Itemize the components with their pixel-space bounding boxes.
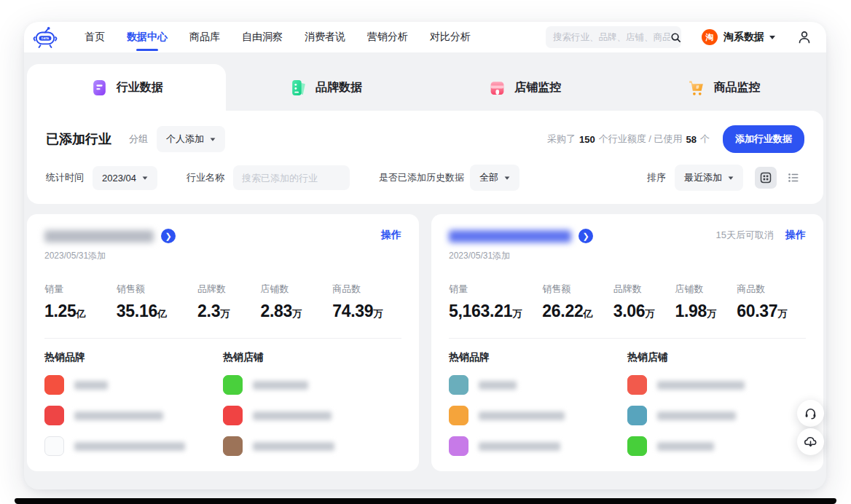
list-item[interactable]: [223, 436, 401, 456]
list-item[interactable]: [44, 406, 223, 425]
list-item[interactable]: [223, 375, 401, 395]
global-search-input[interactable]: [553, 32, 670, 42]
brand-name-redacted: [479, 381, 517, 390]
section-title: 已添加行业: [46, 130, 111, 148]
added-date: 2023/05/31添加: [449, 250, 593, 262]
hot-shops-column: 热销店铺: [627, 351, 806, 456]
added-date: 2023/05/31添加: [44, 250, 176, 262]
shop-logo: [627, 406, 647, 425]
nav-item-home[interactable]: 首页: [74, 22, 116, 52]
shop-logo: [223, 406, 243, 425]
device-bottom-bezel: [15, 498, 836, 504]
stat-shop-count: 店铺数2.83万: [260, 283, 301, 321]
download-report-button[interactable]: [797, 428, 824, 455]
hot-shops-header: 热销店铺: [223, 351, 401, 364]
brand-logo: [44, 375, 64, 395]
group-value: 个人添加: [166, 133, 204, 146]
list-item[interactable]: [627, 406, 806, 425]
nav-label: 数据中心: [127, 31, 168, 44]
nav-label: 首页: [85, 31, 105, 44]
open-industry-icon[interactable]: ❯: [161, 229, 176, 243]
tab-industry-data[interactable]: 行业数据: [27, 64, 226, 111]
cloud-download-icon: [804, 435, 817, 449]
list-item[interactable]: [449, 436, 627, 456]
brand-name-redacted: [479, 412, 565, 420]
stat-brand-count: 品牌数2.3万: [197, 283, 230, 321]
quota-used: 58: [686, 134, 697, 145]
industry-card: ❯ 2023/05/31添加 操作 销量1.25亿 销售额35.16亿 品牌数2…: [27, 214, 419, 471]
time-select[interactable]: 2023/04: [93, 166, 157, 190]
industry-title-redacted: [44, 230, 154, 243]
industry-card: ❯ 2023/05/31添加 15天后可取消 操作 销量5,163.21万 销售…: [431, 214, 823, 471]
industry-data-icon: [90, 79, 109, 97]
view-toggle: [755, 167, 804, 189]
brand-logo: [44, 436, 64, 456]
list-item[interactable]: [449, 375, 627, 395]
stats-row: 销量5,163.21万 销售额26.22亿 品牌数3.06万 店铺数1.98万 …: [449, 283, 806, 321]
headset-icon: [804, 406, 817, 420]
search-icon[interactable]: [670, 32, 681, 43]
grid-view-icon[interactable]: [755, 167, 777, 189]
industry-search-input[interactable]: [233, 165, 350, 190]
brand-logo: [449, 436, 468, 456]
group-select[interactable]: 个人添加: [157, 126, 225, 152]
list-item[interactable]: [627, 436, 806, 456]
nav-item-consumer-voice[interactable]: 消费者说: [294, 22, 356, 52]
list-item[interactable]: [627, 375, 806, 395]
shop-logo: [223, 375, 243, 395]
divider: [44, 338, 401, 339]
nav-item-comparison-analysis[interactable]: 对比分析: [419, 22, 482, 52]
hot-brands-column: 热销品牌: [44, 351, 223, 456]
industry-title-redacted: [449, 230, 571, 243]
sort-select[interactable]: 最近添加: [675, 165, 743, 191]
tab-label: 行业数据: [117, 80, 163, 95]
time-value: 2023/04: [102, 173, 136, 184]
industry-filter-panel: 已添加行业 分组 个人添加 采购了150 个行业额度 / 已使用58 个 添加行…: [27, 111, 823, 204]
card-action-link[interactable]: 操作: [785, 229, 806, 242]
customer-support-button[interactable]: [797, 400, 824, 427]
tab-shop-monitor[interactable]: 店铺监控: [426, 64, 624, 111]
stat-shop-count: 店铺数1.98万: [675, 283, 715, 321]
stats-row: 销量1.25亿 销售额35.16亿 品牌数2.3万 店铺数2.83万 商品数74…: [44, 283, 401, 321]
svg-text:DATA: DATA: [42, 36, 49, 40]
open-industry-icon[interactable]: ❯: [579, 229, 593, 243]
sort-value: 最近添加: [684, 171, 722, 184]
list-item[interactable]: [44, 375, 223, 395]
industry-card-grid: ❯ 2023/05/31添加 操作 销量1.25亿 销售额35.16亿 品牌数2…: [24, 204, 826, 471]
shop-logo: [627, 375, 647, 395]
stat-sales-amount: 销售额26.22亿: [542, 283, 592, 321]
brand-name-redacted: [479, 442, 560, 451]
account-name: 淘系数据: [723, 31, 764, 44]
main-nav: 首页 数据中心 商品库 自由洞察 消费者说 营销分析 对比分析: [74, 22, 482, 52]
nav-item-data-center[interactable]: 数据中心: [116, 22, 179, 52]
hot-brands-header: 热销品牌: [44, 351, 223, 364]
hot-shops-column: 热销店铺: [223, 351, 401, 456]
user-profile-icon[interactable]: [797, 30, 812, 44]
card-action-link[interactable]: 操作: [381, 229, 401, 242]
divider: [449, 338, 806, 339]
nav-label: 商品库: [189, 31, 220, 44]
add-industry-button[interactable]: 添加行业数据: [723, 125, 804, 153]
brand-logo: [44, 406, 64, 425]
list-item[interactable]: [223, 406, 401, 425]
nav-item-product-library[interactable]: 商品库: [179, 22, 231, 52]
list-item[interactable]: [44, 436, 223, 456]
tab-brand-data[interactable]: 品牌数据: [226, 64, 425, 111]
list-item[interactable]: [449, 406, 627, 425]
shop-name-redacted: [253, 412, 332, 420]
history-select[interactable]: 全部: [470, 165, 519, 191]
tab-label: 店铺监控: [514, 80, 561, 95]
shop-name-redacted: [657, 412, 736, 420]
shop-name-redacted: [253, 381, 308, 390]
list-view-icon[interactable]: [783, 167, 804, 189]
global-search[interactable]: [546, 26, 681, 48]
nav-item-marketing-analysis[interactable]: 营销分析: [356, 22, 419, 52]
shop-logo: [223, 436, 243, 456]
tab-product-monitor[interactable]: # 商品监控: [624, 64, 823, 111]
app-window: DATA 首页 数据中心 商品库 自由洞察 消费者说 营销分析 对比分析: [24, 22, 826, 489]
nav-item-free-insight[interactable]: 自由洞察: [231, 22, 294, 52]
top-navbar: DATA 首页 数据中心 商品库 自由洞察 消费者说 营销分析 对比分析: [24, 22, 826, 52]
nav-label: 自由洞察: [242, 31, 283, 44]
chevron-down-icon: [143, 176, 148, 179]
account-switcher[interactable]: 淘 淘系数据: [702, 29, 775, 45]
